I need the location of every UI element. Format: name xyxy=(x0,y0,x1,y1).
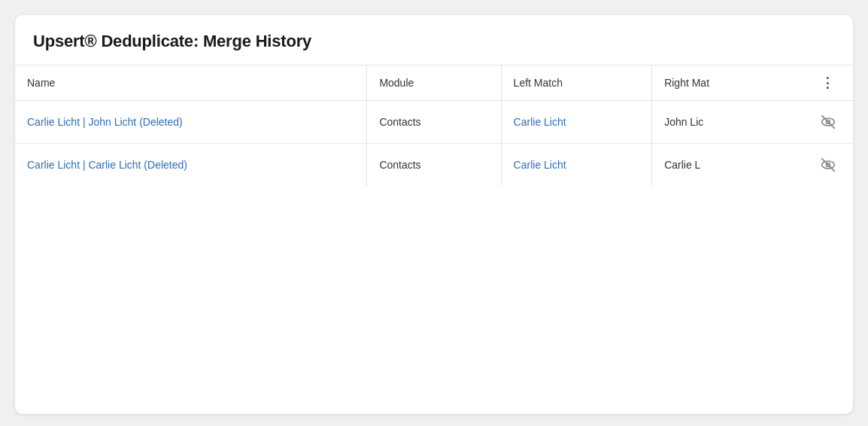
row-1-view-icon[interactable] xyxy=(815,114,841,129)
column-header-module: Module xyxy=(367,65,501,101)
row-1-module-cell: Contacts xyxy=(367,101,501,144)
table-row: Carlie Licht | John Licht (Deleted) Cont… xyxy=(15,101,853,144)
more-options-icon[interactable]: ⋮ xyxy=(815,76,841,90)
column-header-left-match: Left Match xyxy=(501,65,652,101)
row-2-right-match-cell: Carlie L xyxy=(652,144,803,187)
table-row: Carlie Licht | Carlie Licht (Deleted) Co… xyxy=(15,144,853,187)
table-header-row: Name Module Left Match Right Mat ⋮ xyxy=(15,65,853,101)
row-1-left-match-cell: Carlie Licht xyxy=(501,101,652,144)
row-1-name-link[interactable]: Carlie Licht | John Licht (Deleted) xyxy=(27,116,183,128)
row-1-left-match-link[interactable]: Carlie Licht xyxy=(514,116,566,128)
column-header-name: Name xyxy=(15,65,367,101)
row-1-actions-cell xyxy=(803,101,853,144)
row-2-module-cell: Contacts xyxy=(367,144,501,187)
row-1-name-cell: Carlie Licht | John Licht (Deleted) xyxy=(15,101,367,144)
merge-history-table: Name Module Left Match Right Mat ⋮ Carli… xyxy=(15,65,853,186)
column-header-right-match: Right Mat xyxy=(652,65,803,101)
row-2-name-cell: Carlie Licht | Carlie Licht (Deleted) xyxy=(15,144,367,187)
page-title: Upsert® Deduplicate: Merge History xyxy=(33,32,835,51)
card-header: Upsert® Deduplicate: Merge History xyxy=(15,15,853,65)
row-2-left-match-cell: Carlie Licht xyxy=(501,144,652,187)
row-2-actions-cell xyxy=(803,144,853,187)
merge-history-card: Upsert® Deduplicate: Merge History Name … xyxy=(15,15,853,414)
row-2-left-match-link[interactable]: Carlie Licht xyxy=(514,159,566,171)
row-2-view-icon[interactable] xyxy=(815,157,841,172)
row-2-name-link[interactable]: Carlie Licht | Carlie Licht (Deleted) xyxy=(27,159,187,171)
row-1-right-match-cell: John Lic xyxy=(652,101,803,144)
column-header-actions[interactable]: ⋮ xyxy=(803,65,853,101)
table-container: Name Module Left Match Right Mat ⋮ Carli… xyxy=(15,65,853,186)
